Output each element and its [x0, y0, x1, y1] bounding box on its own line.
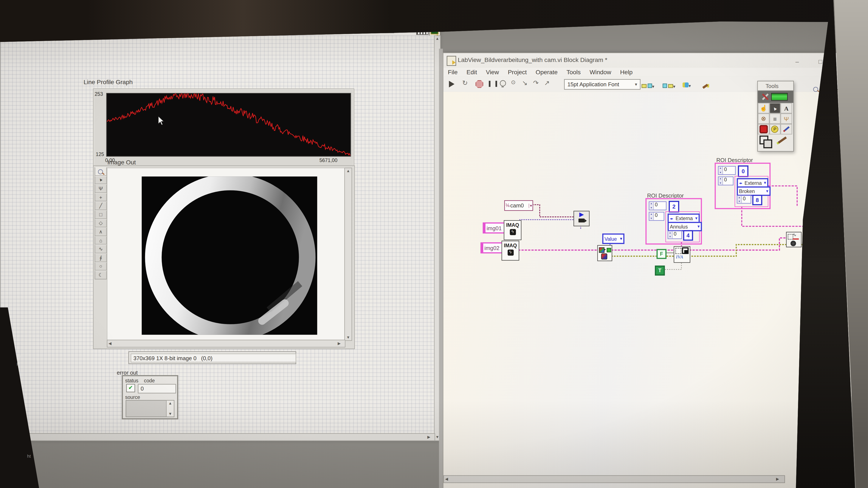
line-profile-graph[interactable]: 253 125 0,00 5671,00 [93, 89, 354, 169]
numeric-control[interactable]: ▲▼ 0 [668, 231, 682, 239]
tool-button[interactable]: ⊗ [758, 113, 769, 124]
numeric-control[interactable]: ▲▼ 0 [649, 212, 664, 221]
abort-button-icon[interactable] [475, 80, 483, 88]
image-tool-button[interactable]: ∿ [95, 245, 107, 253]
scroll-left-icon[interactable]: ◀ [445, 476, 448, 482]
tool-button[interactable]: P [769, 124, 781, 134]
run-button-icon[interactable] [449, 81, 455, 87]
front-panel-titlebar[interactable]: abView_Bildverarbeitung_with cam.vi Fron… [1, 1, 440, 13]
camera-session-constant[interactable]: ⅙ cam0 ▾ [504, 200, 533, 211]
close-button[interactable]: ✕ [425, 3, 434, 10]
value-property-ring[interactable]: Value ▾ [602, 233, 624, 244]
chevron-down-icon[interactable]: ▾ [529, 203, 533, 208]
scroll-up-icon[interactable]: ▲ [435, 36, 440, 42]
image-tool-button[interactable]: ☾ [95, 271, 107, 279]
menu-item[interactable]: Edit [5, 13, 16, 20]
search-icon[interactable] [813, 87, 818, 92]
block-diagram-hscrollbar[interactable]: ◀ ▶ [443, 475, 785, 483]
scroll-right-icon[interactable]: ▶ [776, 476, 779, 482]
help-icon[interactable]: ? [826, 78, 830, 86]
magnifier-tool-icon[interactable] [98, 169, 103, 174]
align-objects-button[interactable]: ▾ [137, 24, 149, 34]
maximize-button[interactable]: □ [402, 3, 412, 10]
scroll-down-icon[interactable]: ▼ [345, 335, 351, 340]
tool-button[interactable]: ▲ [769, 103, 781, 113]
numeric-indicator[interactable]: 8 [752, 195, 762, 205]
brush-tool[interactable] [773, 134, 791, 148]
tool-button[interactable] [781, 124, 792, 134]
menu-item[interactable]: Edit [466, 69, 477, 75]
error-source-field[interactable]: ▲ ▼ [126, 400, 175, 417]
image-tool-button[interactable]: + [95, 193, 107, 202]
distribute-objects-button[interactable]: ▾ [157, 24, 169, 34]
abort-button-icon[interactable] [35, 24, 42, 32]
scroll-down-icon[interactable]: ▼ [166, 411, 174, 417]
font-selector[interactable]: 15pt Application Font ▾ [564, 79, 641, 90]
imaq-create-node-2[interactable]: IMAQ ϟ [502, 241, 519, 261]
highlight-execution-icon[interactable] [500, 80, 506, 86]
contour-type-dropdown[interactable]: ◂▸ Externa ▾ [668, 214, 700, 223]
help-icon[interactable]: ? [404, 23, 408, 30]
resize-objects-button[interactable]: ▾ [177, 24, 185, 34]
iva-vision-assistant-node[interactable]: IVA [674, 246, 690, 263]
align-objects-button[interactable]: ▾ [642, 80, 654, 90]
numeric-control[interactable]: ▲▼ 0 [718, 166, 736, 175]
numeric-control[interactable]: ▲▼ 0 [737, 195, 751, 204]
set-color-tool[interactable] [758, 134, 773, 148]
scroll-up-icon[interactable]: ▲ [843, 93, 850, 99]
step-over-icon[interactable]: ↷ [533, 79, 538, 87]
menu-item[interactable]: Project [508, 69, 527, 75]
line-profile-node[interactable]: ∿ [786, 232, 802, 247]
image-tool-button[interactable]: ∮ [95, 254, 107, 262]
scroll-up-icon[interactable]: ▲ [166, 401, 174, 406]
error-code-field[interactable]: 0 [138, 384, 176, 394]
maximize-button[interactable]: □ [815, 58, 826, 65]
scroll-right-icon[interactable]: ▶ [427, 434, 430, 440]
minimize-button[interactable]: – [379, 3, 389, 10]
contour-type-dropdown[interactable]: ◂▸ Externa ▾ [737, 178, 769, 188]
search-input[interactable] [336, 25, 381, 32]
numeric-indicator[interactable]: 2 [669, 201, 679, 213]
close-button[interactable]: ✕ [834, 58, 844, 65]
tool-button[interactable]: Ψ [781, 113, 792, 124]
distribute-objects-button[interactable]: ▾ [662, 80, 675, 90]
retain-wire-values-icon[interactable]: ⊙ [511, 79, 516, 85]
tool-button[interactable]: ≡ [769, 113, 781, 124]
run-button-icon[interactable] [7, 25, 13, 32]
error-status-indicator[interactable]: ✔ [126, 384, 135, 392]
search-field[interactable]: ▸| [329, 23, 394, 33]
shape-dropdown[interactable]: Annulus ▾ [668, 222, 702, 231]
image-tool-button[interactable]: □ [95, 210, 107, 219]
menu-item[interactable]: Tools [105, 13, 119, 20]
image-tool-button[interactable]: ◇ [95, 219, 107, 227]
menu-item[interactable]: Help [620, 69, 632, 75]
image-tool-button[interactable]: ○ [95, 262, 107, 271]
false-boolean-constant[interactable]: F [657, 249, 666, 259]
image-tool-button[interactable]: ∧ [95, 227, 107, 236]
image-to-value-node[interactable]: ▸ [597, 245, 612, 261]
tool-button[interactable] [758, 124, 769, 134]
pause-button-icon[interactable] [489, 81, 497, 87]
graph-plot-area[interactable] [106, 93, 351, 157]
numeric-control[interactable]: ▲▼ 0 [718, 176, 734, 185]
front-panel-hscrollbar[interactable]: ◀ ▶ [1, 433, 435, 441]
reorder-objects-button[interactable]: ▾ [683, 79, 691, 90]
pause-button-icon[interactable] [49, 25, 58, 31]
image-tool-button[interactable]: ⌂ [95, 236, 107, 245]
tool-button[interactable]: A [781, 103, 792, 113]
minimize-button[interactable]: – [792, 58, 802, 65]
block-diagram-titlebar[interactable]: LabView_Bildverarbeitung_with cam.vi Blo… [443, 53, 851, 68]
image-tool-button[interactable]: ╱ [95, 202, 107, 210]
clean-up-diagram-button[interactable] [703, 79, 709, 90]
numeric-indicator[interactable]: 4 [683, 230, 693, 241]
numeric-indicator[interactable]: 0 [738, 165, 748, 177]
window-layout-icon[interactable] [416, 22, 429, 35]
scroll-left-icon[interactable]: ◀ [2, 434, 5, 440]
source-scrollbar[interactable]: ▲ ▼ [166, 401, 174, 417]
true-boolean-constant[interactable]: T [655, 265, 665, 275]
search-icon[interactable] [392, 25, 396, 30]
step-into-icon[interactable]: ↘ [522, 79, 528, 87]
menu-item[interactable]: Operate [536, 69, 558, 75]
menu-item[interactable]: Window [128, 13, 150, 20]
img02-string-constant[interactable]: img02 [480, 242, 504, 253]
